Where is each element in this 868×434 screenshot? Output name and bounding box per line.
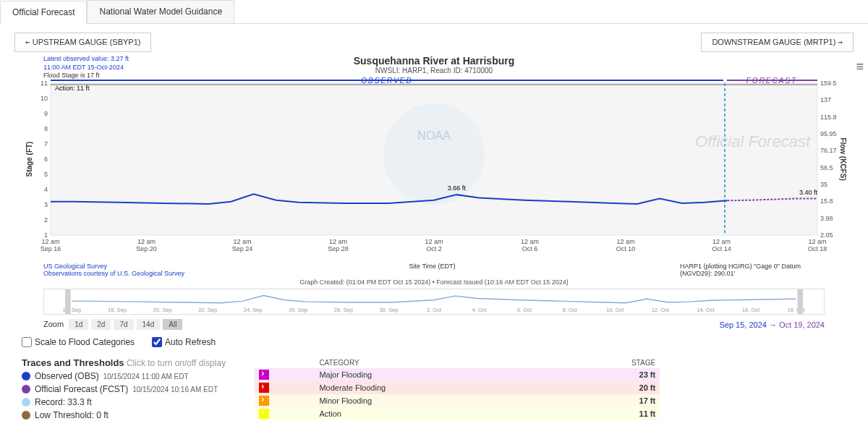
upstream-gauge-button[interactable]: ← UPSTREAM GAUGE (SBYP1) [14,33,151,52]
svg-text:4. Oct: 4. Oct [472,307,487,313]
range-end[interactable]: Oct 19, 2024 [779,320,825,329]
svg-text:14. Oct: 14. Oct [697,307,715,313]
svg-text:8: 8 [44,125,48,132]
arrow-right-icon: → [838,38,843,47]
tab-nwm-guidance[interactable]: National Water Model Guidance [87,0,234,23]
cat-mod-label: Moderate Flooding [315,381,555,394]
svg-text:NOAA: NOAA [417,129,451,142]
trace-item-3[interactable]: Low Threshold: 0 ft [22,410,226,420]
svg-text:Sep 16: Sep 16 [41,245,61,252]
svg-text:18. Sep: 18. Sep [108,307,127,313]
svg-text:3: 3 [44,201,48,208]
downstream-gauge-label: DOWNSTREAM GAUGE (MRTP1) [712,38,835,46]
downstream-gauge-button[interactable]: DOWNSTREAM GAUGE (MRTP1) → [701,33,854,52]
latest-observed-ts: 11:00 AM EDT 15-Oct-2024 [43,64,129,72]
trace-item-1[interactable]: Official Forecast (FCST) 10/15/2024 10:1… [22,384,226,394]
svg-text:159.5: 159.5 [820,80,837,87]
auto-refresh-input[interactable] [152,337,162,347]
observed-segment-label: OBSERVED [361,77,412,85]
svg-text:28. Sep: 28. Sep [334,307,353,313]
datum-note: HARP1 (plotting HGIRG) "Gage 0" Datum (N… [680,263,825,277]
svg-text:9: 9 [44,110,48,117]
zoom-1d-button[interactable]: 1d [69,319,88,330]
chart-subtitle: NWSLI: HARP1, Reach ID: 4710000 [22,67,846,75]
svg-text:24. Sep: 24. Sep [244,307,263,313]
trace-item-0[interactable]: Observed (OBS) 10/15/2024 11:00 AM EDT [22,371,226,381]
svg-text:12 am: 12 am [233,238,251,245]
arrow-left-icon: ← [25,38,30,47]
cat-act-stage: 11 ft [556,407,660,420]
zoom-All-button[interactable]: All [163,319,182,330]
zoom-row: Zoom 1d2d7d14dAll Sep 15, 2024 → Oct 19,… [0,315,868,334]
trace-swatch-icon [22,372,30,380]
traces-heading: Traces and Thresholds [22,357,124,368]
svg-text:35: 35 [820,181,827,188]
chart-credits-row: US Geological Survey Observations courte… [0,263,868,277]
flood-stage-note: Flood Stage is 17 ft [43,72,129,80]
svg-text:15.8: 15.8 [820,197,833,205]
chart-menu-icon[interactable]: ≡ [856,59,864,75]
y-axis-right-label: Flow (KCFS) [839,137,846,180]
bottom-panel: Traces and Thresholds Click to turn on/o… [0,350,868,427]
svg-text:12 am: 12 am [808,238,826,245]
svg-text:12 am: 12 am [521,238,539,245]
svg-text:Oct 6: Oct 6 [522,245,538,252]
range-start[interactable]: Sep 15, 2024 [719,320,766,329]
trace-item-2[interactable]: Record: 33.3 ft [22,397,226,407]
svg-text:2. Oct: 2. Oct [427,307,442,313]
action-icon [259,409,269,419]
svg-text:12 am: 12 am [425,238,443,245]
svg-text:6. Oct: 6. Oct [517,307,532,313]
svg-text:12 am: 12 am [329,238,347,245]
svg-text:12 am: 12 am [712,238,731,245]
zoom-7d-button[interactable]: 7d [114,319,133,330]
scale-to-flood-checkbox[interactable]: Scale to Flood Categories [22,337,135,347]
gauge-nav-row: ← UPSTREAM GAUGE (SBYP1) DOWNSTREAM GAUG… [0,24,868,52]
svg-text:8. Oct: 8. Oct [563,307,578,313]
svg-text:Sep 20: Sep 20 [136,245,157,252]
chart-container: Latest observed value: 3.27 ft 11:00 AM … [0,55,868,263]
zoom-2d-button[interactable]: 2d [91,319,111,330]
cat-act-label: Action [315,407,555,420]
forecast-end-annotation: 3.40 ft [799,189,818,196]
svg-text:115.8: 115.8 [820,114,837,121]
chart-title: Susquehanna River at Harrisburg [22,55,846,67]
cat-major-stage: 23 ft [556,368,660,381]
auto-refresh-checkbox[interactable]: Auto Refresh [152,337,216,347]
visible-range: Sep 15, 2024 → Oct 19, 2024 [719,320,825,329]
svg-text:11: 11 [41,80,48,87]
peak-annotation: 3.66 ft [448,184,467,192]
action-line-label: Action: 11 ft [55,85,90,92]
forecast-segment-label: FORECAST [746,77,797,85]
svg-text:26. Sep: 26. Sep [289,307,307,313]
zoom-14d-button[interactable]: 14d [137,319,161,330]
tab-official-forecast[interactable]: Official Forecast [0,1,87,24]
svg-text:56.5: 56.5 [820,164,833,171]
chart-meta: Latest observed value: 3.27 ft 11:00 AM … [43,55,129,80]
svg-text:Sep 24: Sep 24 [232,245,253,252]
moderate-flood-icon [259,383,269,393]
range-arrow-icon: → [769,320,777,329]
traces-hint: Click to turn on/off display [127,358,226,368]
svg-text:20. Sep: 20. Sep [153,307,172,313]
categories-panel: CATEGORY STAGE Major Flooding23 ft Moder… [255,357,660,420]
options-row: Scale to Flood Categories Auto Refresh [0,334,868,350]
svg-text:4: 4 [44,186,48,193]
svg-point-1 [383,103,485,205]
usgs-credit-1: US Geological Survey [43,263,184,270]
svg-text:Oct 2: Oct 2 [426,245,442,252]
hydrograph-chart[interactable]: NOAA OBSERVED FORECAST Action: 11 ft 123… [22,75,846,263]
svg-text:2: 2 [44,216,48,224]
trace-swatch-icon [22,411,30,420]
navigator-strip[interactable]: 16. Sep18. Sep20. Sep22. Sep24. Sep26. S… [43,289,825,315]
traces-panel: Traces and Thresholds Click to turn on/o… [22,357,226,420]
scale-to-flood-input[interactable] [22,337,32,347]
cat-mod-stage: 20 ft [556,381,660,394]
svg-text:30. Sep: 30. Sep [379,307,398,313]
usgs-credit-2: Observations courtesy of U.S. Geological… [43,270,184,277]
svg-text:3.98: 3.98 [820,215,833,222]
chart-title-block: Susquehanna River at Harrisburg NWSLI: H… [22,55,846,75]
svg-text:10. Oct: 10. Oct [606,307,624,313]
svg-text:6: 6 [44,156,48,163]
cat-major-label: Major Flooding [315,368,555,381]
